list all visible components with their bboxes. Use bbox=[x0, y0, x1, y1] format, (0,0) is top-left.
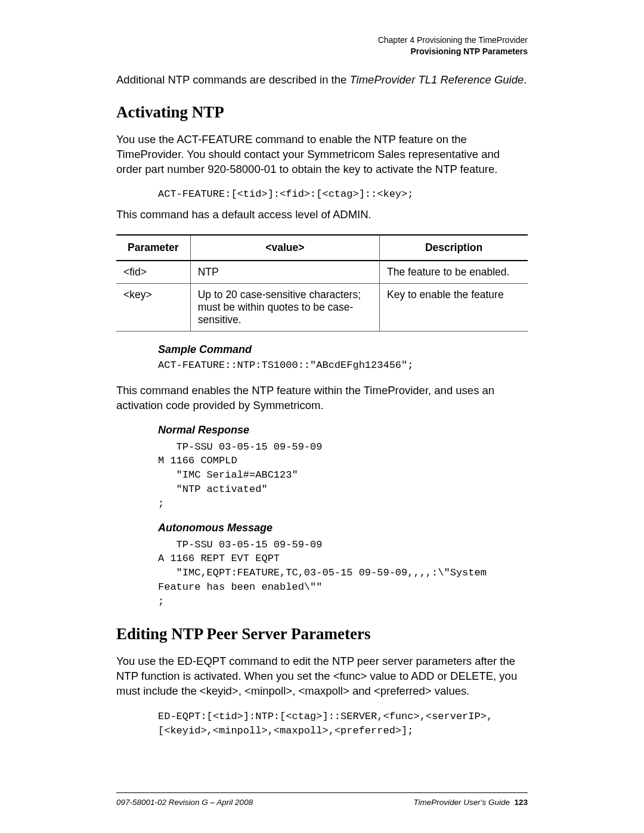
footer-left: 097-58001-02 Revision G – April 2008 bbox=[116, 798, 253, 807]
footer-right: TimeProvider User's Guide 123 bbox=[413, 798, 528, 807]
normal-response-heading: Normal Response bbox=[158, 424, 528, 436]
table-row: <key> Up to 20 case-sensitive characters… bbox=[116, 283, 528, 331]
sec1-code1: ACT-FEATURE:[<tid>]:<fid>:[<ctag>]::<key… bbox=[158, 188, 528, 202]
autonomous-message-heading: Autonomous Message bbox=[158, 522, 528, 534]
td-param: <fid> bbox=[116, 261, 190, 284]
td-desc: The feature to be enabled. bbox=[380, 261, 528, 284]
normal-response-code: TP-SSU 03-05-15 09-59-09 M 1166 COMPLD "… bbox=[158, 440, 528, 511]
intro-paragraph: Additional NTP commands are described in… bbox=[116, 73, 528, 88]
table-row: <fid> NTP The feature to be enabled. bbox=[116, 261, 528, 284]
autonomous-message-code: TP-SSU 03-05-15 09-59-09 A 1166 REPT EVT… bbox=[158, 538, 528, 609]
page-footer: 097-58001-02 Revision G – April 2008 Tim… bbox=[116, 792, 528, 807]
td-desc: Key to enable the feature bbox=[380, 283, 528, 331]
sec2-p1: You use the ED-EQPT command to edit the … bbox=[116, 654, 528, 699]
sec1-p2: This command has a default access level … bbox=[116, 208, 528, 222]
th-description: Description bbox=[380, 235, 528, 261]
td-value: NTP bbox=[190, 261, 379, 284]
sample-command-code: ACT-FEATURE::NTP:TS1000::"ABcdEFgh123456… bbox=[158, 358, 528, 373]
sample-command-heading: Sample Command bbox=[158, 343, 528, 356]
intro-text-pre: Additional NTP commands are described in… bbox=[116, 73, 349, 86]
td-param: <key> bbox=[116, 283, 190, 331]
parameter-table: Parameter <value> Description <fid> NTP … bbox=[116, 234, 528, 332]
th-parameter: Parameter bbox=[116, 235, 190, 261]
footer-page-number: 123 bbox=[514, 798, 528, 807]
p3: This command enables the NTP feature wit… bbox=[116, 383, 528, 413]
intro-text-post: . bbox=[524, 73, 527, 86]
chapter-title: Chapter 4 Provisioning the TimeProvider bbox=[378, 35, 528, 46]
section-title: Provisioning NTP Parameters bbox=[378, 46, 528, 57]
sec1-p1: You use the ACT-FEATURE command to enabl… bbox=[116, 132, 528, 177]
document-page: Chapter 4 Provisioning the TimeProvider … bbox=[0, 0, 644, 833]
table-header-row: Parameter <value> Description bbox=[116, 235, 528, 261]
sec2-code: ED-EQPT:[<tid>]:NTP:[<ctag>]::SERVER,<fu… bbox=[158, 710, 528, 738]
td-value: Up to 20 case-sensitive characters; must… bbox=[190, 283, 379, 331]
heading-activating-ntp: Activating NTP bbox=[116, 103, 528, 122]
footer-guide-label: TimeProvider User's Guide bbox=[413, 798, 510, 807]
page-content: Additional NTP commands are described in… bbox=[116, 73, 528, 738]
th-value: <value> bbox=[190, 235, 379, 261]
intro-text-italic: TimeProvider TL1 Reference Guide bbox=[349, 73, 524, 86]
page-header: Chapter 4 Provisioning the TimeProvider … bbox=[378, 35, 528, 57]
heading-editing-ntp: Editing NTP Peer Server Parameters bbox=[116, 625, 528, 643]
